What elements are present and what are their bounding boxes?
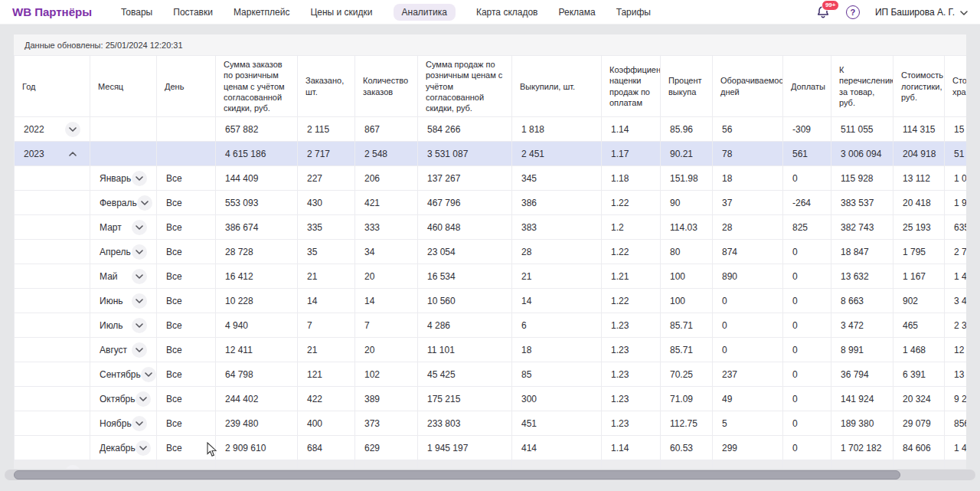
metric-cell: 867	[355, 117, 418, 142]
chevron-down-icon[interactable]	[65, 122, 80, 137]
metric-cell: 1 02	[945, 166, 967, 191]
metric-cell: 114.03	[661, 215, 713, 240]
notifications-button[interactable]: 99+	[815, 5, 831, 20]
metric-cell: 0	[783, 411, 831, 436]
day-cell[interactable]: Все	[157, 436, 216, 460]
metric-cell: 3 531 087	[418, 142, 512, 166]
day-cell	[157, 460, 216, 469]
year-row-2024[interactable]: 2024867 933414387802 6204271.2754.118823…	[15, 460, 967, 469]
horizontal-scrollbar-track[interactable]	[5, 470, 975, 480]
metric-cell: 36 794	[831, 362, 893, 387]
top-navigation-bar: WB Партнёры ТоварыПоставкиМаркетплейсЦен…	[0, 0, 980, 25]
day-cell[interactable]: Все	[157, 338, 216, 362]
nav-item-2[interactable]: Маркетплейс	[234, 4, 290, 21]
day-cell[interactable]: Все	[157, 166, 216, 191]
day-cell[interactable]: Все	[157, 313, 216, 338]
nav-item-4[interactable]: Аналитика	[394, 4, 456, 21]
metric-cell: 584 266	[418, 117, 512, 142]
year-cell	[15, 166, 90, 191]
help-button[interactable]: ?	[846, 5, 860, 19]
month-cell[interactable]: Май	[90, 264, 157, 289]
month-cell[interactable]: Март	[90, 215, 157, 240]
metric-cell: 1.23	[602, 411, 661, 436]
chevron-down-icon[interactable]	[132, 171, 147, 186]
month-cell[interactable]: Ноябрь	[90, 411, 157, 436]
metric-cell: 0	[783, 387, 831, 411]
metric-cell: 451	[512, 411, 602, 436]
nav-item-5[interactable]: Карта складов	[476, 4, 538, 21]
horizontal-scrollbar-thumb[interactable]	[14, 470, 900, 480]
column-header-2: День	[157, 56, 216, 117]
metric-cell: 34	[355, 240, 418, 264]
month-row-Январь: ЯнварьВсе144 409227206137 2673451.18151.…	[15, 166, 967, 191]
day-cell[interactable]: Все	[157, 191, 216, 215]
day-cell[interactable]: Все	[157, 264, 216, 289]
account-menu[interactable]: ИП Баширова А. Г.	[875, 7, 968, 18]
chevron-down-icon[interactable]	[132, 416, 147, 431]
month-label: Август	[100, 345, 127, 355]
metric-cell: 7	[298, 313, 355, 338]
chevron-down-icon[interactable]	[141, 367, 156, 382]
year-cell[interactable]: 2022	[15, 117, 90, 142]
metric-cell: 427	[512, 460, 602, 469]
nav-item-0[interactable]: Товары	[121, 4, 152, 21]
nav-item-7[interactable]: Тарифы	[616, 4, 651, 21]
metric-cell: 1.14	[602, 117, 661, 142]
main-nav: ТоварыПоставкиМаркетплейсЦены и скидкиАн…	[121, 4, 651, 21]
day-cell[interactable]: Все	[157, 411, 216, 436]
year-row-2022[interactable]: 2022657 8822 115867584 2661 8181.1485.96…	[15, 117, 967, 142]
year-cell[interactable]: 2023	[15, 142, 90, 166]
metric-cell: 414	[298, 460, 355, 469]
chevron-down-icon[interactable]	[132, 244, 147, 260]
chevron-down-icon[interactable]	[65, 465, 80, 469]
day-cell[interactable]: Все	[157, 362, 216, 387]
day-cell[interactable]: Все	[157, 387, 216, 411]
month-cell[interactable]: Январь	[90, 166, 157, 191]
column-header-7: Выкупили, шт.	[512, 56, 602, 117]
month-cell[interactable]: Сентябрь	[90, 362, 157, 387]
metric-cell: -264	[783, 191, 831, 215]
day-cell[interactable]: Все	[157, 240, 216, 264]
metric-cell: 856	[945, 411, 967, 436]
metric-cell: 902	[893, 289, 945, 313]
chevron-down-icon[interactable]	[132, 269, 147, 284]
metric-cell: 373	[355, 411, 418, 436]
metric-cell: 465	[893, 313, 945, 338]
metric-cell: 121	[298, 362, 355, 387]
chevron-down-icon[interactable]	[132, 342, 147, 358]
nav-item-6[interactable]: Реклама	[559, 4, 596, 21]
table-header-row: ГодМесяцДеньСумма заказов по розничным ц…	[15, 56, 967, 117]
metric-cell: 3 006 094	[831, 142, 893, 166]
month-cell[interactable]: Июль	[90, 313, 157, 338]
metric-cell: 29 079	[893, 411, 945, 436]
day-cell[interactable]: Все	[157, 215, 216, 240]
month-cell[interactable]: Декабрь	[90, 436, 157, 460]
metric-cell: 14	[298, 289, 355, 313]
metric-cell: 511 055	[831, 117, 893, 142]
metric-cell: 1.14	[602, 436, 661, 460]
metric-cell: 51 7	[945, 142, 967, 166]
year-row-2023[interactable]: 20234 615 1862 7172 5483 531 0872 4511.1…	[15, 142, 967, 166]
column-header-12: К перечислению за товар, руб.	[831, 56, 893, 117]
nav-item-3[interactable]: Цены и скидки	[310, 4, 372, 21]
metric-cell: 227	[298, 166, 355, 191]
month-cell[interactable]: Август	[90, 338, 157, 362]
nav-item-1[interactable]: Поставки	[173, 4, 213, 21]
month-label: Декабрь	[100, 443, 136, 453]
month-cell[interactable]: Июнь	[90, 289, 157, 313]
metric-cell: 430	[298, 191, 355, 215]
metric-cell: 467 796	[418, 191, 512, 215]
chevron-down-icon[interactable]	[136, 391, 151, 407]
day-cell[interactable]: Все	[157, 289, 216, 313]
chevron-down-icon[interactable]	[136, 440, 151, 456]
chevron-up-icon[interactable]	[65, 146, 80, 162]
app-logo[interactable]: WB Партнёры	[12, 5, 92, 18]
chevron-down-icon[interactable]	[132, 293, 147, 309]
year-cell[interactable]: 2024	[15, 460, 90, 469]
chevron-down-icon[interactable]	[137, 195, 152, 211]
month-cell[interactable]: Апрель	[90, 240, 157, 264]
month-cell[interactable]: Октябрь	[90, 387, 157, 411]
month-cell[interactable]: Февраль	[90, 191, 157, 215]
chevron-down-icon[interactable]	[132, 220, 147, 235]
chevron-down-icon[interactable]	[132, 318, 147, 333]
